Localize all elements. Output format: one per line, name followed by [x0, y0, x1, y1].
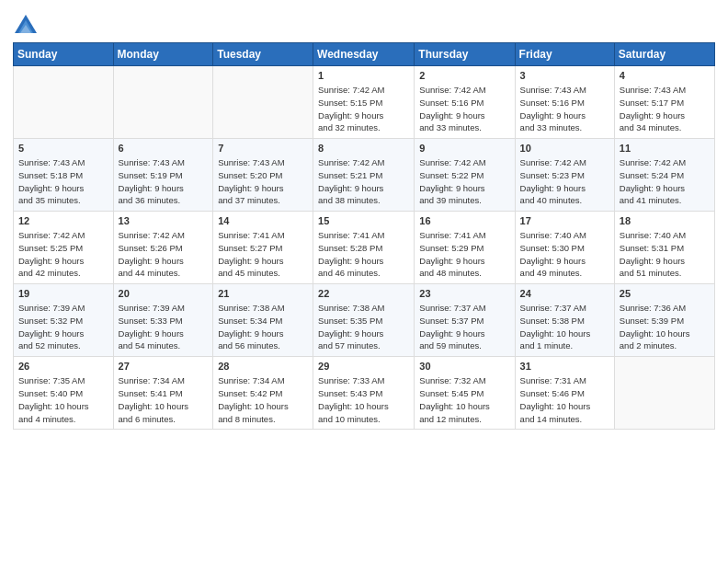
day-info: Sunrise: 7:39 AM Sunset: 5:32 PM Dayligh…	[18, 302, 108, 352]
weekday-header-wednesday: Wednesday	[313, 43, 415, 66]
day-number: 25	[620, 288, 710, 299]
day-info: Sunrise: 7:37 AM Sunset: 5:37 PM Dayligh…	[419, 302, 509, 352]
day-info: Sunrise: 7:42 AM Sunset: 5:25 PM Dayligh…	[18, 229, 108, 280]
calendar-cell: 22Sunrise: 7:38 AM Sunset: 5:35 PM Dayli…	[313, 284, 415, 357]
calendar-cell: 15Sunrise: 7:41 AM Sunset: 5:28 PM Dayli…	[313, 212, 415, 284]
day-info: Sunrise: 7:42 AM Sunset: 5:15 PM Dayligh…	[318, 84, 409, 134]
day-number: 11	[620, 143, 710, 154]
calendar-cell: 24Sunrise: 7:37 AM Sunset: 5:38 PM Dayli…	[515, 284, 614, 357]
day-number: 26	[18, 361, 108, 372]
week-row-2: 5Sunrise: 7:43 AM Sunset: 5:18 PM Daylig…	[14, 139, 715, 212]
day-number: 13	[119, 215, 209, 226]
day-number: 29	[318, 361, 409, 372]
calendar-cell: 26Sunrise: 7:35 AM Sunset: 5:40 PM Dayli…	[14, 357, 114, 430]
weekday-header-thursday: Thursday	[415, 43, 515, 66]
day-info: Sunrise: 7:42 AM Sunset: 5:23 PM Dayligh…	[520, 156, 609, 207]
calendar-cell: 17Sunrise: 7:40 AM Sunset: 5:30 PM Dayli…	[515, 212, 614, 284]
logo-icon	[13, 13, 39, 39]
day-number: 4	[620, 70, 710, 81]
day-info: Sunrise: 7:42 AM Sunset: 5:22 PM Dayligh…	[419, 156, 509, 207]
calendar-cell: 3Sunrise: 7:43 AM Sunset: 5:16 PM Daylig…	[515, 66, 614, 139]
weekday-header-saturday: Saturday	[614, 43, 714, 66]
calendar-cell: 6Sunrise: 7:43 AM Sunset: 5:19 PM Daylig…	[113, 139, 213, 212]
day-number: 3	[520, 70, 609, 81]
day-number: 6	[119, 143, 209, 154]
calendar-cell: 12Sunrise: 7:42 AM Sunset: 5:25 PM Dayli…	[14, 212, 114, 284]
calendar-cell: 7Sunrise: 7:43 AM Sunset: 5:20 PM Daylig…	[213, 139, 313, 212]
weekday-header-sunday: Sunday	[14, 43, 114, 66]
day-info: Sunrise: 7:42 AM Sunset: 5:21 PM Dayligh…	[318, 156, 409, 207]
day-number: 23	[419, 288, 509, 299]
calendar-cell: 2Sunrise: 7:42 AM Sunset: 5:16 PM Daylig…	[415, 66, 515, 139]
week-row-3: 12Sunrise: 7:42 AM Sunset: 5:25 PM Dayli…	[14, 212, 715, 284]
calendar-cell: 19Sunrise: 7:39 AM Sunset: 5:32 PM Dayli…	[14, 284, 114, 357]
day-info: Sunrise: 7:43 AM Sunset: 5:20 PM Dayligh…	[218, 156, 308, 207]
day-info: Sunrise: 7:38 AM Sunset: 5:35 PM Dayligh…	[318, 302, 409, 352]
calendar-cell: 4Sunrise: 7:43 AM Sunset: 5:17 PM Daylig…	[614, 66, 714, 139]
day-number: 14	[218, 215, 308, 226]
day-number: 27	[119, 361, 209, 372]
day-number: 31	[520, 361, 609, 372]
week-row-5: 26Sunrise: 7:35 AM Sunset: 5:40 PM Dayli…	[14, 357, 715, 430]
day-number: 20	[119, 288, 209, 299]
day-number: 24	[520, 288, 609, 299]
calendar-cell: 29Sunrise: 7:33 AM Sunset: 5:43 PM Dayli…	[313, 357, 415, 430]
day-info: Sunrise: 7:34 AM Sunset: 5:42 PM Dayligh…	[218, 374, 308, 425]
day-number: 15	[318, 215, 409, 226]
calendar-cell	[14, 66, 114, 139]
weekday-header-monday: Monday	[113, 43, 213, 66]
day-info: Sunrise: 7:41 AM Sunset: 5:27 PM Dayligh…	[218, 229, 308, 280]
calendar-cell: 31Sunrise: 7:31 AM Sunset: 5:46 PM Dayli…	[515, 357, 614, 430]
day-number: 30	[419, 361, 509, 372]
day-number: 5	[18, 143, 108, 154]
day-info: Sunrise: 7:32 AM Sunset: 5:45 PM Dayligh…	[419, 374, 509, 425]
day-number: 9	[419, 143, 509, 154]
day-info: Sunrise: 7:35 AM Sunset: 5:40 PM Dayligh…	[18, 374, 108, 425]
calendar-cell: 20Sunrise: 7:39 AM Sunset: 5:33 PM Dayli…	[113, 284, 213, 357]
week-row-4: 19Sunrise: 7:39 AM Sunset: 5:32 PM Dayli…	[14, 284, 715, 357]
day-info: Sunrise: 7:41 AM Sunset: 5:28 PM Dayligh…	[318, 229, 409, 280]
header	[13, 9, 715, 39]
page: SundayMondayTuesdayWednesdayThursdayFrid…	[0, 0, 728, 563]
day-info: Sunrise: 7:40 AM Sunset: 5:31 PM Dayligh…	[620, 229, 710, 280]
day-info: Sunrise: 7:33 AM Sunset: 5:43 PM Dayligh…	[318, 374, 409, 425]
day-number: 28	[218, 361, 308, 372]
day-info: Sunrise: 7:43 AM Sunset: 5:18 PM Dayligh…	[18, 156, 108, 207]
calendar-cell: 25Sunrise: 7:36 AM Sunset: 5:39 PM Dayli…	[614, 284, 714, 357]
day-info: Sunrise: 7:40 AM Sunset: 5:30 PM Dayligh…	[520, 229, 609, 280]
calendar-cell: 1Sunrise: 7:42 AM Sunset: 5:15 PM Daylig…	[313, 66, 415, 139]
weekday-header-tuesday: Tuesday	[213, 43, 313, 66]
day-info: Sunrise: 7:43 AM Sunset: 5:19 PM Dayligh…	[119, 156, 209, 207]
day-number: 7	[218, 143, 308, 154]
calendar-cell: 23Sunrise: 7:37 AM Sunset: 5:37 PM Dayli…	[415, 284, 515, 357]
calendar-cell: 27Sunrise: 7:34 AM Sunset: 5:41 PM Dayli…	[113, 357, 213, 430]
calendar-cell: 10Sunrise: 7:42 AM Sunset: 5:23 PM Dayli…	[515, 139, 614, 212]
day-number: 10	[520, 143, 609, 154]
day-number: 19	[18, 288, 108, 299]
day-info: Sunrise: 7:41 AM Sunset: 5:29 PM Dayligh…	[419, 229, 509, 280]
day-number: 18	[620, 215, 710, 226]
calendar-cell: 18Sunrise: 7:40 AM Sunset: 5:31 PM Dayli…	[614, 212, 714, 284]
day-info: Sunrise: 7:42 AM Sunset: 5:16 PM Dayligh…	[419, 84, 509, 134]
calendar-cell: 16Sunrise: 7:41 AM Sunset: 5:29 PM Dayli…	[415, 212, 515, 284]
day-info: Sunrise: 7:42 AM Sunset: 5:24 PM Dayligh…	[620, 156, 710, 207]
day-info: Sunrise: 7:36 AM Sunset: 5:39 PM Dayligh…	[620, 302, 710, 352]
calendar-cell	[614, 357, 714, 430]
day-number: 16	[419, 215, 509, 226]
day-number: 12	[18, 215, 108, 226]
calendar-cell: 30Sunrise: 7:32 AM Sunset: 5:45 PM Dayli…	[415, 357, 515, 430]
calendar-cell: 21Sunrise: 7:38 AM Sunset: 5:34 PM Dayli…	[213, 284, 313, 357]
day-number: 21	[218, 288, 308, 299]
day-info: Sunrise: 7:43 AM Sunset: 5:16 PM Dayligh…	[520, 84, 609, 134]
day-number: 2	[419, 70, 509, 81]
day-number: 22	[318, 288, 409, 299]
day-number: 1	[318, 70, 409, 81]
calendar-cell	[113, 66, 213, 139]
calendar-cell: 9Sunrise: 7:42 AM Sunset: 5:22 PM Daylig…	[415, 139, 515, 212]
day-info: Sunrise: 7:34 AM Sunset: 5:41 PM Dayligh…	[119, 374, 209, 425]
logo	[13, 13, 42, 39]
day-number: 17	[520, 215, 609, 226]
day-number: 8	[318, 143, 409, 154]
day-info: Sunrise: 7:38 AM Sunset: 5:34 PM Dayligh…	[218, 302, 308, 352]
week-row-1: 1Sunrise: 7:42 AM Sunset: 5:15 PM Daylig…	[14, 66, 715, 139]
